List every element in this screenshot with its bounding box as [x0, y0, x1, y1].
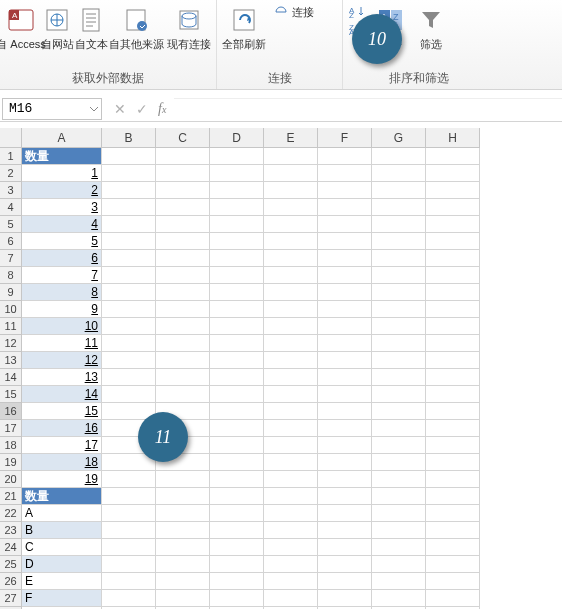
cell[interactable]: [156, 165, 210, 182]
cell[interactable]: [426, 216, 480, 233]
cell[interactable]: [426, 539, 480, 556]
cell[interactable]: [210, 556, 264, 573]
cell[interactable]: [372, 335, 426, 352]
filter-button[interactable]: 筛选: [411, 2, 451, 51]
cell[interactable]: [210, 386, 264, 403]
cell[interactable]: [102, 233, 156, 250]
select-all-corner[interactable]: [0, 128, 22, 148]
cell[interactable]: [372, 556, 426, 573]
cell[interactable]: [264, 335, 318, 352]
cell[interactable]: 数量: [22, 148, 102, 165]
cell[interactable]: [264, 454, 318, 471]
cell[interactable]: [210, 488, 264, 505]
row-header[interactable]: 27: [0, 590, 22, 607]
cell[interactable]: [156, 573, 210, 590]
cell[interactable]: [156, 267, 210, 284]
cell[interactable]: [318, 199, 372, 216]
cell[interactable]: [426, 590, 480, 607]
cell[interactable]: [318, 556, 372, 573]
cell[interactable]: [372, 573, 426, 590]
row-header[interactable]: 25: [0, 556, 22, 573]
row-header[interactable]: 22: [0, 505, 22, 522]
row-header[interactable]: 2: [0, 165, 22, 182]
cell[interactable]: [318, 352, 372, 369]
cell[interactable]: [264, 165, 318, 182]
cell[interactable]: 13: [22, 369, 102, 386]
column-header[interactable]: D: [210, 128, 264, 148]
column-header[interactable]: E: [264, 128, 318, 148]
cell[interactable]: [264, 471, 318, 488]
from-other-button[interactable]: 自其他来源: [108, 2, 164, 51]
cell[interactable]: [210, 165, 264, 182]
cell[interactable]: 16: [22, 420, 102, 437]
enter-icon[interactable]: ✓: [136, 101, 148, 117]
cell[interactable]: [156, 216, 210, 233]
cell[interactable]: [372, 199, 426, 216]
cell[interactable]: [210, 505, 264, 522]
cell[interactable]: [372, 471, 426, 488]
cell[interactable]: [102, 471, 156, 488]
cell[interactable]: [264, 318, 318, 335]
cell[interactable]: [156, 335, 210, 352]
cell[interactable]: [264, 420, 318, 437]
cell[interactable]: [210, 148, 264, 165]
cell[interactable]: [426, 267, 480, 284]
cell[interactable]: 4: [22, 216, 102, 233]
cell[interactable]: [102, 539, 156, 556]
cell[interactable]: [426, 573, 480, 590]
cell[interactable]: [156, 250, 210, 267]
column-header[interactable]: F: [318, 128, 372, 148]
cell[interactable]: [372, 369, 426, 386]
cell[interactable]: [264, 386, 318, 403]
cell[interactable]: [426, 182, 480, 199]
cell[interactable]: [318, 505, 372, 522]
cell[interactable]: [426, 199, 480, 216]
cell[interactable]: [318, 284, 372, 301]
from-web-button[interactable]: 自网站: [40, 2, 74, 51]
cell[interactable]: [210, 573, 264, 590]
name-box[interactable]: M16: [2, 98, 102, 120]
cell[interactable]: [210, 352, 264, 369]
cell[interactable]: [210, 420, 264, 437]
cell[interactable]: [372, 454, 426, 471]
column-header[interactable]: C: [156, 128, 210, 148]
cell[interactable]: [318, 165, 372, 182]
cell[interactable]: [426, 335, 480, 352]
cell[interactable]: [372, 386, 426, 403]
cell[interactable]: 12: [22, 352, 102, 369]
cell[interactable]: 数量: [22, 488, 102, 505]
cell[interactable]: B: [22, 522, 102, 539]
cell[interactable]: [156, 318, 210, 335]
cell[interactable]: 3: [22, 199, 102, 216]
cell[interactable]: [426, 488, 480, 505]
cell[interactable]: [318, 250, 372, 267]
row-header[interactable]: 12: [0, 335, 22, 352]
cell[interactable]: [264, 352, 318, 369]
cell[interactable]: [264, 267, 318, 284]
cell[interactable]: [156, 556, 210, 573]
cell[interactable]: [426, 284, 480, 301]
cell[interactable]: [264, 539, 318, 556]
cell[interactable]: [156, 233, 210, 250]
cell[interactable]: [426, 301, 480, 318]
cell[interactable]: [264, 250, 318, 267]
cell[interactable]: [156, 284, 210, 301]
cell[interactable]: [210, 335, 264, 352]
cell[interactable]: [264, 199, 318, 216]
row-header[interactable]: 19: [0, 454, 22, 471]
cell[interactable]: [210, 199, 264, 216]
cell[interactable]: [210, 318, 264, 335]
cell[interactable]: [372, 403, 426, 420]
cell[interactable]: [264, 148, 318, 165]
cell[interactable]: [372, 165, 426, 182]
cell[interactable]: [372, 233, 426, 250]
row-header[interactable]: 18: [0, 437, 22, 454]
cell[interactable]: [156, 352, 210, 369]
cell[interactable]: [318, 301, 372, 318]
cell[interactable]: 14: [22, 386, 102, 403]
row-header[interactable]: 26: [0, 573, 22, 590]
spreadsheet-grid[interactable]: A B C D E F G H 1数量213243546576879810911…: [0, 128, 562, 609]
column-header[interactable]: B: [102, 128, 156, 148]
row-header[interactable]: 13: [0, 352, 22, 369]
cell[interactable]: [102, 386, 156, 403]
